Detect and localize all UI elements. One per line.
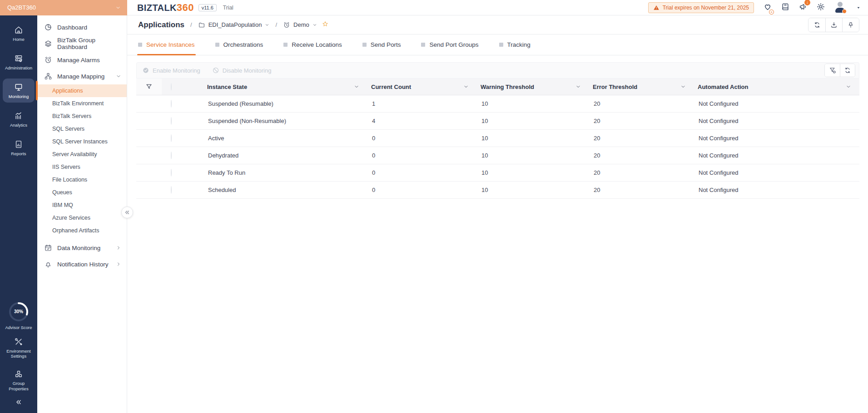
tab-receive-locations[interactable]: Receive Locations [283, 34, 342, 55]
column-header-automated-action[interactable]: Automated Action [698, 79, 859, 95]
chevron-right-icon [116, 261, 121, 267]
tab-orchestrations[interactable]: Orchestrations [215, 34, 263, 55]
tab-content: Enable Monitoring Disable Monitoring [127, 55, 868, 199]
advisor-score[interactable]: 30% Advisor Score [5, 301, 32, 330]
rail-item-administration[interactable]: Administration [3, 50, 35, 74]
advisor-score-ring: 30% [8, 301, 29, 322]
table-header-row: Instance State Current Count Warning Thr… [136, 79, 859, 95]
pin-button[interactable] [842, 18, 859, 32]
sidebar-item-ibm-mq[interactable]: IBM MQ [37, 199, 127, 211]
sidebar-item-sql-servers[interactable]: SQL Servers [37, 123, 127, 135]
sidebar-item-manage-alarms[interactable]: Manage Alarms [37, 52, 127, 68]
sidebar-item-orphaned-artifacts[interactable]: Orphaned Artifacts [37, 224, 127, 237]
documentation-button[interactable] [781, 2, 790, 13]
breadcrumb-application-dropdown[interactable]: EDI_DataPopulation [198, 21, 270, 29]
sidebar-item-manage-mapping[interactable]: Manage Mapping [37, 68, 127, 84]
rail-collapse-button[interactable] [15, 398, 22, 408]
chevron-right-icon [116, 245, 121, 251]
enable-monitoring-button[interactable]: Enable Monitoring [142, 67, 200, 74]
chevron-down-icon [680, 84, 686, 89]
sidebar-item-label: Manage Mapping [57, 73, 111, 80]
tab-service-instances[interactable]: Service Instances [138, 34, 195, 55]
rail-item-monitoring[interactable]: Monitoring [3, 79, 35, 103]
refresh-icon [813, 21, 821, 29]
sidebar-item-notification-history[interactable]: Notification History [37, 256, 127, 272]
row-checkbox[interactable] [171, 134, 172, 142]
sidebar-item-queues[interactable]: Queues [37, 186, 127, 199]
table-row: Scheduled 0 10 20 Not Configured [136, 182, 859, 199]
sidebar-item-file-locations[interactable]: File Locations [37, 173, 127, 186]
column-header-warning-threshold[interactable]: Warning Threshold [481, 79, 593, 95]
calendar-icon [44, 244, 52, 252]
row-checkbox[interactable] [171, 169, 172, 177]
row-checkbox[interactable] [171, 186, 172, 194]
sidebar-item-iis-servers[interactable]: IIS Servers [37, 161, 127, 173]
page-refresh-button[interactable] [808, 18, 825, 32]
server-icon [14, 54, 23, 63]
column-header-error-threshold[interactable]: Error Threshold [593, 79, 698, 95]
select-all-checkbox[interactable] [171, 83, 172, 91]
sidebar-collapse-button[interactable] [121, 206, 133, 218]
cell-warning-threshold: 10 [481, 169, 593, 176]
favorite-star-button[interactable] [322, 20, 329, 30]
sidebar-item-server-availability[interactable]: Server Availability [37, 148, 127, 161]
page-title: Applications [138, 20, 184, 30]
sidebar-item-biztalk-environment[interactable]: BizTalk Environment [37, 97, 127, 110]
chevron-down-icon [846, 84, 851, 89]
rail-item-group-properties[interactable]: Group Properties [3, 366, 35, 395]
whats-new-button[interactable] [799, 2, 808, 13]
download-icon [830, 21, 838, 29]
version-badge: v11.6 [198, 4, 217, 11]
rail-item-environment-settings[interactable]: Environment Settings [3, 334, 35, 363]
sidebar-item-sql-server-instances[interactable]: SQL Server Instances [37, 135, 127, 148]
tab-tracking[interactable]: Tracking [499, 34, 531, 55]
rail-item-label: Analytics [10, 123, 27, 128]
rail-item-home[interactable]: Home [3, 21, 35, 45]
column-filter-button[interactable] [136, 79, 162, 95]
tab-send-port-groups[interactable]: Send Port Groups [421, 34, 478, 55]
column-header-instance-state[interactable]: Instance State [207, 79, 371, 95]
sidebar-item-dashboard[interactable]: Dashboard [37, 19, 127, 35]
rail-item-reports[interactable]: Reports [3, 136, 35, 160]
column-header-current-count[interactable]: Current Count [371, 79, 481, 95]
cell-automated-action: Not Configured [698, 118, 859, 124]
row-checkbox[interactable] [171, 117, 172, 125]
main-content: Applications / EDI_DataPopulation / Demo [127, 15, 868, 413]
whats-new-badge [804, 0, 810, 5]
column-label: Instance State [207, 84, 247, 90]
tab-send-ports[interactable]: Send Ports [362, 34, 401, 55]
tab-label: Tracking [507, 41, 531, 48]
sidebar-item-applications[interactable]: Applications [37, 84, 127, 97]
cell-automated-action: Not Configured [698, 169, 859, 176]
sidebar-item-azure-services[interactable]: Azure Services [37, 211, 127, 224]
sidebar-item-data-monitoring[interactable]: Data Monitoring [37, 240, 127, 256]
clear-filter-button[interactable] [825, 64, 840, 77]
tab-label: Orchestrations [223, 41, 263, 48]
export-button[interactable] [825, 18, 842, 32]
row-checkbox[interactable] [171, 152, 172, 159]
alarm-clock-icon [283, 21, 290, 29]
disable-monitoring-button[interactable]: Disable Monitoring [212, 67, 272, 74]
rail-item-label: Monitoring [9, 94, 29, 99]
environment-selector[interactable]: Qa2BT360 [0, 0, 127, 15]
grid-refresh-button[interactable] [840, 64, 855, 77]
health-feedback-button[interactable] [763, 2, 772, 13]
heart-x-badge [769, 10, 774, 15]
breadcrumb-application-label: EDI_DataPopulation [208, 21, 262, 28]
tools-icon [14, 337, 23, 346]
cell-instance-state: Suspended (Resumable) [207, 100, 371, 107]
sidebar-item-biztalk-group-dashboard[interactable]: BizTalk Group Dashboard [37, 35, 127, 52]
table-row: Suspended (Resumable) 1 10 20 Not Config… [136, 95, 859, 113]
breadcrumb-separator: / [190, 21, 192, 28]
rail-item-analytics[interactable]: Analytics [3, 107, 35, 131]
cell-warning-threshold: 10 [481, 187, 593, 193]
settings-button[interactable] [816, 2, 825, 13]
cell-current-count: 0 [371, 169, 481, 176]
row-checkbox[interactable] [171, 100, 172, 108]
cell-instance-state: Active [207, 135, 371, 142]
sidebar-item-biztalk-servers[interactable]: BizTalk Servers [37, 110, 127, 123]
breadcrumb-alarm-dropdown[interactable]: Demo [283, 21, 317, 29]
user-menu-button[interactable] [834, 2, 846, 14]
star-icon [322, 20, 329, 28]
folder-icon [198, 21, 205, 29]
